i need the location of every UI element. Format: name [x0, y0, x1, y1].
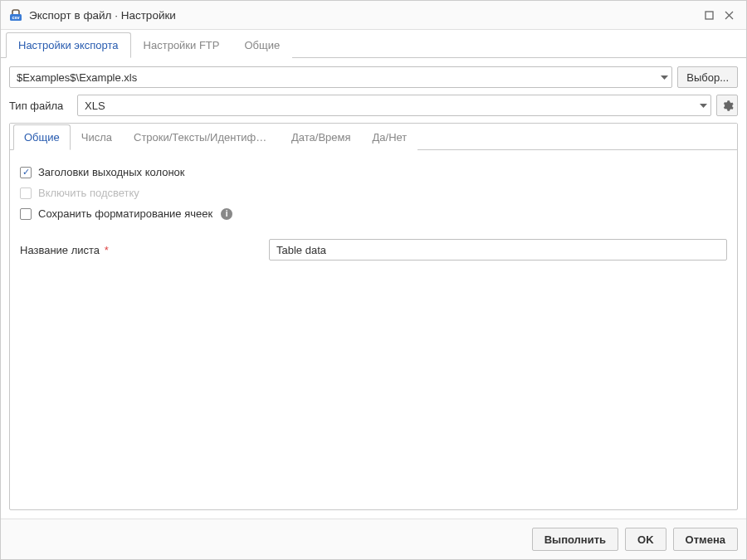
close-button[interactable] — [720, 6, 738, 24]
keepformat-checkbox[interactable] — [20, 208, 32, 220]
caret-down-icon — [696, 104, 710, 108]
gear-icon — [721, 100, 734, 112]
filetype-select[interactable]: XLS — [77, 95, 711, 116]
inner-tab-yesno[interactable]: Да/Нет — [362, 124, 418, 150]
highlight-label: Включить подсветку — [38, 187, 139, 199]
inner-tab-general[interactable]: Общие — [13, 124, 71, 150]
svg-text:csv: csv — [12, 15, 20, 20]
highlight-checkbox — [20, 187, 32, 199]
main-tabs: Настройки экспорта Настройки FTP Общие — [1, 32, 746, 58]
option-headers-row: Заголовки выходных колонок — [20, 162, 727, 183]
inner-tab-numbers[interactable]: Числа — [71, 124, 123, 150]
caret-down-icon — [657, 75, 671, 80]
window-title: Экспорт в файл · Настройки — [29, 9, 698, 22]
sheet-name-input[interactable] — [269, 239, 727, 261]
tab-export-settings[interactable]: Настройки экспорта — [6, 32, 131, 58]
file-path-value: $Examples$\Example.xls — [10, 71, 657, 84]
headers-checkbox[interactable] — [20, 167, 32, 178]
filetype-settings-button[interactable] — [716, 95, 738, 116]
titlebar: csv Экспорт в файл · Настройки — [1, 1, 746, 30]
maximize-button[interactable] — [700, 6, 718, 24]
svg-rect-2 — [706, 12, 713, 19]
tab-ftp-settings[interactable]: Настройки FTP — [131, 32, 232, 58]
tab-general[interactable]: Общие — [232, 32, 293, 58]
keepformat-label: Сохранить форматирование ячеек — [38, 207, 212, 220]
inner-tabs: Общие Числа Строки/Тексты/Идентифик... Д… — [10, 124, 737, 150]
ok-button[interactable]: OK — [625, 528, 666, 551]
filetype-value: XLS — [78, 100, 696, 112]
cancel-button[interactable]: Отмена — [673, 528, 738, 551]
headers-label: Заголовки выходных колонок — [38, 166, 185, 178]
inner-tab-datetime[interactable]: Дата/Время — [281, 124, 362, 150]
sheet-name-label: Название листа * — [20, 244, 269, 256]
info-icon[interactable]: i — [221, 208, 232, 220]
inner-tab-strings[interactable]: Строки/Тексты/Идентифик... — [123, 124, 281, 150]
filetype-label: Тип файла — [9, 100, 72, 112]
run-button[interactable]: Выполнить — [532, 528, 618, 551]
dialog-footer: Выполнить OK Отмена — [1, 519, 746, 559]
file-path-select[interactable]: $Examples$\Example.xls — [9, 66, 672, 88]
option-keepformat-row: Сохранить форматирование ячеек i — [20, 203, 727, 224]
app-icon: csv — [9, 8, 22, 22]
option-highlight-row: Включить подсветку — [20, 183, 727, 203]
choose-file-button[interactable]: Выбор... — [677, 66, 738, 88]
